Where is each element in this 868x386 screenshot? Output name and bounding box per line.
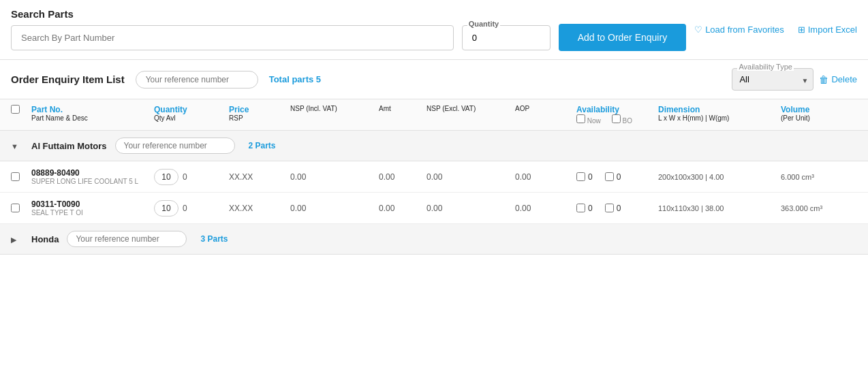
row2-now-checkbox[interactable]	[576, 204, 585, 212]
expand-honda-button[interactable]	[11, 234, 31, 244]
price-col: Price RSP	[229, 105, 290, 125]
heart-icon	[694, 25, 702, 35]
search-input-wrap	[11, 25, 454, 50]
import-excel-link[interactable]: Import Excel	[798, 25, 857, 35]
row2-part-info: 90311-T0090 SEAL TYPE T OI	[31, 199, 154, 216]
delete-button[interactable]: Delete	[819, 74, 857, 85]
row2-avail-cell: 0 0	[576, 204, 658, 213]
nsp-excl-col: NSP (Excl. VAT)	[427, 105, 515, 125]
row2-price: XX.XX	[229, 204, 290, 213]
trash-icon	[819, 74, 828, 85]
availability-col: Availability Now BO	[576, 105, 658, 125]
chevron-right-icon	[11, 234, 16, 244]
select-all-col	[11, 105, 31, 125]
order-ref-input[interactable]	[136, 71, 258, 89]
quantity-wrap: Quantity	[462, 25, 551, 50]
search-row: Quantity Add to Order Enquiry	[11, 24, 686, 51]
row2-qty-cell: 10 0	[154, 200, 229, 216]
bo-header-checkbox[interactable]	[612, 114, 621, 123]
top-actions: Load from Favorites Import Excel	[694, 25, 857, 35]
row1-volume: 6.000 cm³	[781, 173, 856, 181]
search-input[interactable]	[21, 33, 444, 43]
nsp-incl-col: NSP (Incl. VAT)	[290, 105, 379, 125]
amt-col: Amt	[379, 105, 427, 125]
group-name-alfuttaim: Al Futtaim Motors 2 Parts	[31, 138, 290, 154]
row1-aop: 0.00	[515, 172, 576, 182]
table-header: Part No. Part Name & Desc Quantity Qty A…	[0, 99, 868, 131]
quantity-input[interactable]	[462, 25, 551, 50]
row2-qty-box[interactable]: 10	[154, 200, 179, 216]
load-favorites-link[interactable]: Load from Favorites	[694, 25, 784, 35]
quantity-label: Quantity	[467, 20, 501, 28]
availability-type-section: Availability Type All Now BO Delete	[732, 68, 857, 91]
group-row-honda: Honda 3 Parts	[0, 224, 868, 255]
row2-checkbox[interactable]	[11, 204, 20, 212]
total-parts: Total parts 5	[269, 74, 321, 84]
row1-price: XX.XX	[229, 172, 290, 182]
row2-amt: 0.00	[379, 204, 427, 213]
row2-dimension: 110x110x30 | 38.00	[658, 204, 781, 212]
chevron-down-icon	[11, 140, 18, 151]
excel-icon	[798, 25, 805, 35]
now-header-checkbox[interactable]	[576, 114, 585, 123]
dimension-col: Dimension L x W x H(mm) | W(gm)	[658, 105, 781, 125]
expand-alfuttaim-button[interactable]	[11, 140, 31, 151]
group-row-alfuttaim: Al Futtaim Motors 2 Parts	[0, 131, 868, 161]
row1-avail-cell: 0 0	[576, 172, 658, 182]
group-ref-input-alfuttaim[interactable]	[115, 138, 235, 154]
row1-qty-cell: 10 0	[154, 169, 229, 185]
search-section: Search Parts Quantity Add to Order Enqui…	[11, 8, 686, 51]
group-name-honda: Honda 3 Parts	[31, 231, 290, 247]
order-list-title: Order Enquiry Item List	[11, 74, 125, 85]
availability-label: Availability Type	[737, 63, 793, 71]
add-to-order-button[interactable]: Add to Order Enquiry	[559, 24, 687, 51]
row2-nsp-incl: 0.00	[290, 204, 379, 213]
row2-aop: 0.00	[515, 204, 576, 213]
availability-select-wrap: Availability Type All Now BO	[732, 68, 813, 91]
row1-dimension: 200x100x300 | 4.00	[658, 173, 781, 181]
row1-now-checkbox[interactable]	[576, 172, 585, 181]
now-col-header: Now	[576, 114, 601, 125]
row1-checkbox[interactable]	[11, 172, 20, 181]
volume-col: Volume (Per Unit)	[781, 105, 856, 125]
select-all-checkbox[interactable]	[11, 105, 20, 114]
row2-checkbox-cell	[11, 204, 31, 212]
row2-bo-checkbox[interactable]	[605, 204, 614, 212]
row1-qty-box[interactable]: 10	[154, 169, 179, 185]
row2-volume: 363.000 cm³	[781, 204, 856, 212]
availability-select[interactable]: All Now BO	[732, 68, 813, 91]
table-row: 90311-T0090 SEAL TYPE T OI 10 0 XX.XX 0.…	[0, 193, 868, 224]
row2-nsp-excl: 0.00	[427, 204, 515, 213]
group-ref-input-honda[interactable]	[67, 231, 187, 247]
aop-col: AOP	[515, 105, 576, 125]
table-row: 08889-80490 SUPER LONG LIFE COOLANT 5 L …	[0, 161, 868, 193]
part-no-col: Part No. Part Name & Desc	[31, 105, 154, 125]
row1-amt: 0.00	[379, 172, 427, 182]
top-bar: Search Parts Quantity Add to Order Enqui…	[0, 0, 868, 60]
row1-bo-checkbox[interactable]	[605, 172, 614, 181]
row1-part-info: 08889-80490 SUPER LONG LIFE COOLANT 5 L	[31, 168, 154, 185]
row1-checkbox-cell	[11, 172, 31, 181]
quantity-col: Quantity Qty Avl	[154, 105, 229, 125]
search-label: Search Parts	[11, 8, 686, 20]
section-header: Order Enquiry Item List Total parts 5 Av…	[0, 60, 868, 99]
row1-nsp-incl: 0.00	[290, 172, 379, 182]
row1-nsp-excl: 0.00	[427, 172, 515, 182]
bo-col-header: BO	[612, 114, 632, 125]
